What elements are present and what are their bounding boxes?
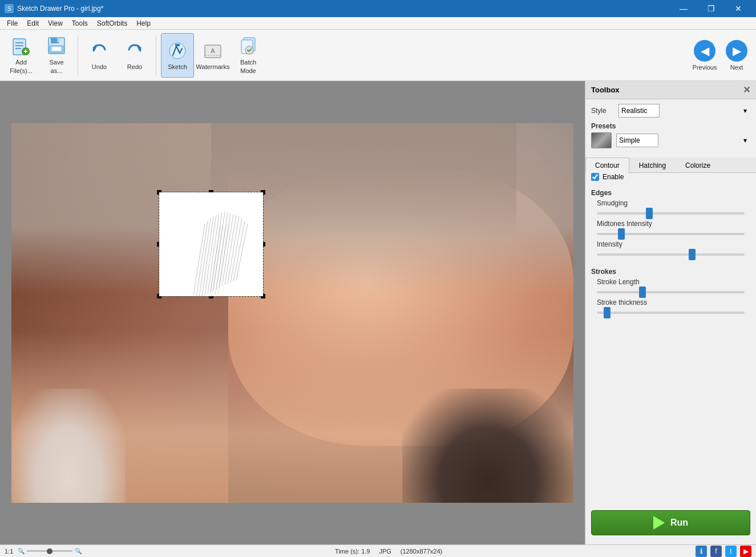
- midtones-container: Midtones Intensity: [591, 220, 750, 240]
- tab-colorize[interactable]: Colorize: [676, 158, 720, 173]
- previous-icon: ◀: [694, 40, 715, 62]
- svg-rect-15: [175, 44, 180, 46]
- stroke-length-slider[interactable]: [597, 291, 745, 293]
- window-title: Sketch Drawer Pro - girl.jpg*: [17, 5, 103, 13]
- time-label: Time (s):: [335, 548, 359, 555]
- stroke-length-container: Stroke Length: [591, 278, 750, 298]
- zoom-out-icon: 🔍: [18, 548, 25, 554]
- batch-icon: [238, 35, 258, 56]
- title-bar-left: S Sketch Drawer Pro - girl.jpg*: [5, 4, 103, 13]
- menu-help[interactable]: Help: [132, 18, 155, 29]
- minimize-button[interactable]: —: [670, 0, 697, 17]
- smudging-label: Smudging: [597, 199, 745, 207]
- intensity-slider[interactable]: [597, 253, 745, 256]
- presets-label: Presets: [591, 122, 750, 130]
- run-button[interactable]: Run: [591, 510, 750, 535]
- presets-select-wrapper: Simple Complex Detailed: [616, 134, 750, 147]
- close-button[interactable]: ✕: [725, 0, 751, 17]
- stroke-thickness-slider[interactable]: [597, 312, 745, 314]
- add-file-button[interactable]: AddFile(s)...: [5, 33, 38, 78]
- watermarks-label: Watermarks: [196, 63, 230, 70]
- stroke-thickness-label: Stroke thickness: [597, 298, 745, 306]
- run-section: Run: [585, 501, 756, 544]
- presets-icon: [591, 132, 612, 148]
- menu-view[interactable]: View: [43, 18, 67, 29]
- enable-label: Enable: [603, 173, 624, 181]
- stroke-thickness-container: Stroke thickness: [591, 298, 750, 319]
- undo-button[interactable]: Undo: [83, 33, 116, 78]
- next-button[interactable]: ▶ Next: [722, 33, 751, 78]
- style-label: Style: [591, 107, 614, 115]
- youtube-icon[interactable]: ▶: [740, 546, 751, 557]
- redo-label: Redo: [127, 63, 142, 70]
- stroke-length-label: Stroke Length: [597, 278, 745, 286]
- twitter-icon[interactable]: t: [725, 546, 737, 557]
- add-file-icon: [11, 35, 31, 56]
- status-right: ℹ f t ▶: [696, 546, 751, 557]
- image-container: [0, 81, 585, 544]
- previous-label: Previous: [693, 64, 717, 71]
- undo-label: Undo: [92, 63, 107, 70]
- strokes-title: Strokes: [591, 268, 750, 276]
- menu-tools[interactable]: Tools: [67, 18, 92, 29]
- title-bar: S Sketch Drawer Pro - girl.jpg* — ❐ ✕: [0, 0, 756, 17]
- status-center: Time (s): 1.9 JPG (1280x877x24): [335, 548, 442, 555]
- previous-button[interactable]: ◀ Previous: [690, 33, 719, 78]
- next-label: Next: [730, 64, 743, 71]
- tabs: Contour Hatching Colorize: [585, 158, 756, 173]
- menu-edit[interactable]: Edit: [22, 18, 43, 29]
- next-icon: ▶: [726, 40, 747, 62]
- run-label: Run: [670, 518, 688, 528]
- social-icons: ℹ f t ▶: [696, 546, 751, 557]
- tab-contour[interactable]: Contour: [585, 158, 629, 173]
- main-content: Toolbox ✕ Style Realistic Classic Simple: [0, 81, 756, 544]
- canvas-area[interactable]: [0, 81, 585, 544]
- toolbar-sep-1: [78, 35, 78, 75]
- presets-select[interactable]: Simple Complex Detailed: [616, 134, 658, 147]
- info-icon[interactable]: ℹ: [696, 546, 707, 557]
- intensity-label: Intensity: [597, 240, 745, 248]
- midtones-label: Midtones Intensity: [597, 220, 745, 228]
- redo-button[interactable]: Redo: [118, 33, 151, 78]
- sketch-button[interactable]: Sketch: [161, 33, 194, 78]
- add-file-label: AddFile(s)...: [10, 58, 33, 75]
- smudging-slider[interactable]: [597, 212, 745, 215]
- toolbox-content: Style Realistic Classic Simple Presets: [585, 99, 756, 544]
- svg-rect-9: [57, 38, 59, 42]
- sketch-label: Sketch: [168, 63, 187, 70]
- menu-softorbits[interactable]: SoftOrbits: [92, 18, 132, 29]
- batch-mode-button[interactable]: BatchMode: [232, 33, 265, 78]
- enable-checkbox[interactable]: [591, 173, 599, 181]
- edges-title: Edges: [591, 189, 750, 197]
- facebook-icon[interactable]: f: [710, 546, 722, 557]
- status-bar: 1:1 🔍 🔍 Time (s): 1.9 JPG (1280x877x24) …: [0, 544, 756, 557]
- redo-icon: [124, 41, 145, 61]
- style-select[interactable]: Realistic Classic Simple: [618, 104, 660, 118]
- toolbar: AddFile(s)... Saveas... Undo: [0, 30, 756, 81]
- undo-icon: [89, 41, 110, 61]
- midtones-slider[interactable]: [597, 233, 745, 235]
- intensity-container: Intensity: [591, 240, 750, 261]
- girl-image: [11, 123, 573, 503]
- smudging-container: Smudging: [591, 199, 750, 220]
- app-icon: S: [5, 4, 14, 13]
- zoom-level: 1:1: [5, 548, 13, 555]
- maximize-button[interactable]: ❐: [698, 0, 724, 17]
- toolbox-header: Toolbox ✕: [585, 81, 756, 99]
- time-display: Time (s): 1.9: [335, 548, 370, 555]
- svg-text:A: A: [211, 47, 215, 54]
- zoom-slider[interactable]: [27, 550, 72, 552]
- watermarks-button[interactable]: A Watermarks: [196, 33, 229, 78]
- svg-rect-11: [52, 47, 61, 51]
- watermarks-icon: A: [203, 41, 223, 61]
- zoom-in-icon: 🔍: [75, 548, 82, 554]
- menu-bar: File Edit View Tools SoftOrbits Help: [0, 17, 756, 30]
- tab-hatching[interactable]: Hatching: [629, 158, 676, 173]
- menu-file[interactable]: File: [2, 18, 22, 29]
- toolbox-panel: Toolbox ✕ Style Realistic Classic Simple: [585, 81, 756, 544]
- toolbox-close-button[interactable]: ✕: [743, 84, 750, 95]
- presets-row: Simple Complex Detailed: [591, 132, 750, 148]
- style-row: Style Realistic Classic Simple: [591, 104, 750, 118]
- status-left: 1:1 🔍 🔍: [5, 548, 82, 555]
- save-as-button[interactable]: Saveas...: [40, 33, 73, 78]
